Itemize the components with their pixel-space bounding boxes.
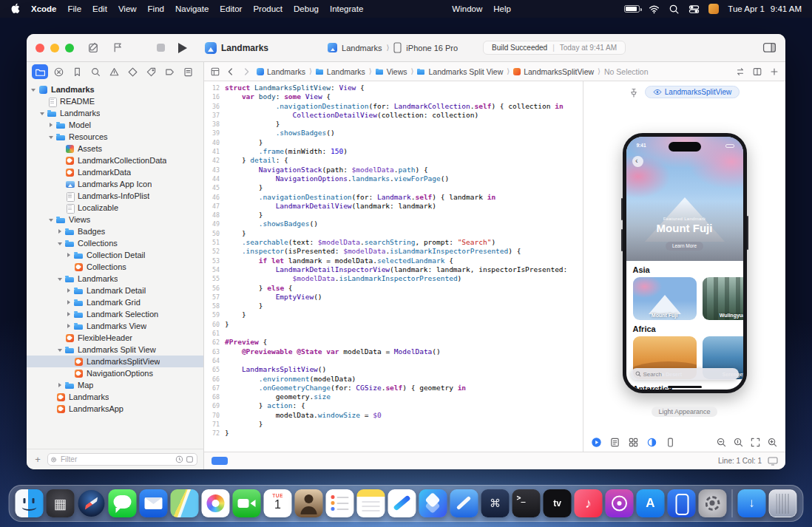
disclosure-open-icon[interactable] xyxy=(30,86,37,93)
file-tree-row[interactable]: NavigationOptions xyxy=(27,367,203,379)
recent-files-filter-icon[interactable] xyxy=(175,455,183,463)
menu-find[interactable]: Find xyxy=(148,4,164,13)
control-center-icon[interactable] xyxy=(688,4,700,15)
user-switch-icon[interactable] xyxy=(708,4,719,14)
adjust-editor-icon[interactable] xyxy=(735,67,745,77)
minimize-window-button[interactable] xyxy=(50,44,59,52)
file-tree-row[interactable]: LandmarkData xyxy=(27,166,203,178)
file-tree-row[interactable]: Map xyxy=(27,379,203,391)
breakpoints-navigator-tab[interactable] xyxy=(161,64,177,79)
landmark-card[interactable]: Mount Fuji xyxy=(633,277,697,320)
file-tree-row[interactable]: Landmarks xyxy=(27,84,203,95)
wifi-icon[interactable] xyxy=(649,4,660,15)
preview-live-button[interactable] xyxy=(591,437,602,448)
preview-color-scheme-button[interactable] xyxy=(646,437,657,448)
file-tree-row[interactable]: Model xyxy=(27,119,203,131)
file-tree-row[interactable]: Localizable xyxy=(27,202,203,214)
safari-dock-icon[interactable] xyxy=(78,489,106,517)
sf-symbols-dock-icon[interactable]: ⌘ xyxy=(481,489,510,517)
menu-view[interactable]: View xyxy=(118,4,137,13)
find-navigator-tab[interactable] xyxy=(87,64,104,79)
disclosure-open-icon[interactable] xyxy=(47,216,55,223)
shortcuts-dock-icon[interactable] xyxy=(419,489,447,517)
add-editor-icon[interactable] xyxy=(769,67,779,77)
file-tree-row[interactable]: Landmark Detail xyxy=(27,285,203,296)
file-tree-row[interactable]: LandmarksSplitView xyxy=(27,356,203,367)
file-tree-row[interactable]: Collections xyxy=(27,261,203,273)
disclosure-closed-icon[interactable] xyxy=(65,299,72,306)
file-tree-row[interactable]: LandmarksApp xyxy=(27,403,203,415)
breadcrumb-item[interactable]: Landmarks Split View xyxy=(417,67,503,76)
device-preview[interactable]: 9:41 Featured Landmark Mount F xyxy=(623,133,747,393)
preview-search-bar[interactable]: Search xyxy=(631,368,739,380)
disclosure-closed-icon[interactable] xyxy=(65,251,72,259)
related-items-icon[interactable] xyxy=(210,67,220,77)
menu-navigate[interactable]: Navigate xyxy=(175,4,209,13)
apple-menu[interactable] xyxy=(10,3,21,15)
disclosure-closed-icon[interactable] xyxy=(56,381,64,389)
file-tree-row[interactable]: Views xyxy=(27,214,203,225)
breadcrumb-item[interactable]: Landmarks xyxy=(257,67,305,76)
photos-dock-icon[interactable] xyxy=(202,489,230,517)
breadcrumb-item[interactable]: LandmarksSplitView xyxy=(513,67,594,76)
landmark-card[interactable]: Wulingyuan xyxy=(703,277,743,320)
disclosure-open-icon[interactable] xyxy=(47,133,55,140)
file-tree[interactable]: LandmarksREADMELandmarksModelResourcesAs… xyxy=(27,81,203,449)
menu-help[interactable]: Help xyxy=(493,4,511,13)
source-control-navigator-tab[interactable] xyxy=(50,64,67,79)
compose-document-icon[interactable] xyxy=(87,41,100,54)
forward-button[interactable] xyxy=(241,67,251,77)
freeform-dock-icon[interactable] xyxy=(388,489,416,517)
downloads-dock-icon[interactable]: ↓ xyxy=(738,489,766,517)
preview-back-button[interactable] xyxy=(632,156,643,167)
mail-dock-icon[interactable] xyxy=(140,489,168,517)
zoom-fit-button[interactable] xyxy=(750,437,761,448)
source-control-filter-icon[interactable] xyxy=(186,455,194,463)
messages-dock-icon[interactable] xyxy=(109,489,137,517)
file-tree-row[interactable]: README xyxy=(27,95,203,107)
menu-file[interactable]: File xyxy=(68,4,82,13)
file-tree-row[interactable]: Landmark Grid xyxy=(27,296,203,308)
inspector-toggle-button[interactable] xyxy=(762,41,777,54)
file-tree-row[interactable]: Resources xyxy=(27,131,203,143)
pin-preview-icon[interactable] xyxy=(629,87,638,97)
stop-button[interactable] xyxy=(157,44,165,52)
breadcrumb-item[interactable]: Views xyxy=(376,67,407,76)
file-tree-row[interactable]: Badges xyxy=(27,225,203,237)
preview-variants-button[interactable] xyxy=(628,437,639,448)
file-tree-row[interactable]: Landmarks xyxy=(27,107,203,119)
line-col-indicator[interactable]: Line: 1 Col: 1 xyxy=(718,457,762,465)
menu-clock[interactable]: Tue Apr 1 9:41 AM xyxy=(728,4,802,13)
zoom-in-button[interactable] xyxy=(767,437,778,448)
spotlight-search-icon[interactable] xyxy=(669,4,680,15)
zoom-out-button[interactable] xyxy=(716,437,727,448)
file-tree-row[interactable]: Landmarks Split View xyxy=(27,344,203,356)
file-tree-row[interactable]: Landmark Selection xyxy=(27,308,203,320)
notes-dock-icon[interactable] xyxy=(357,489,385,517)
file-tree-row[interactable]: Landmarks xyxy=(27,391,203,403)
file-tree-row[interactable]: Assets xyxy=(27,143,203,154)
filter-field[interactable] xyxy=(47,453,197,466)
debug-navigator-tab[interactable] xyxy=(143,64,159,79)
bookmarks-navigator-tab[interactable] xyxy=(69,64,85,79)
terminal-dock-icon[interactable]: >_ xyxy=(512,489,541,517)
file-tree-row[interactable]: FlexibleHeader xyxy=(27,332,203,344)
facetime-dock-icon[interactable] xyxy=(233,489,261,517)
app-store-dock-icon[interactable]: A xyxy=(637,489,665,517)
file-tree-row[interactable]: Landmarks-InfoPlist xyxy=(27,190,203,202)
tv-dock-icon[interactable]: tv xyxy=(544,489,572,517)
close-window-button[interactable] xyxy=(35,44,44,52)
disclosure-closed-icon[interactable] xyxy=(65,287,72,294)
menu-integrate[interactable]: Integrate xyxy=(330,4,363,13)
appearance-label[interactable]: Light Appearance xyxy=(652,407,717,417)
finder-dock-icon[interactable] xyxy=(16,489,44,517)
add-file-button[interactable]: + xyxy=(33,455,43,465)
menu-editor[interactable]: Editor xyxy=(220,4,242,13)
disclosure-open-icon[interactable] xyxy=(38,109,46,117)
disclosure-closed-icon[interactable] xyxy=(47,121,55,129)
contacts-dock-icon[interactable] xyxy=(295,489,323,517)
disclosure-open-icon[interactable] xyxy=(56,239,64,247)
menu-debug[interactable]: Debug xyxy=(294,4,319,13)
display-icon[interactable] xyxy=(768,457,778,466)
preview-selectable-button[interactable] xyxy=(609,437,620,448)
